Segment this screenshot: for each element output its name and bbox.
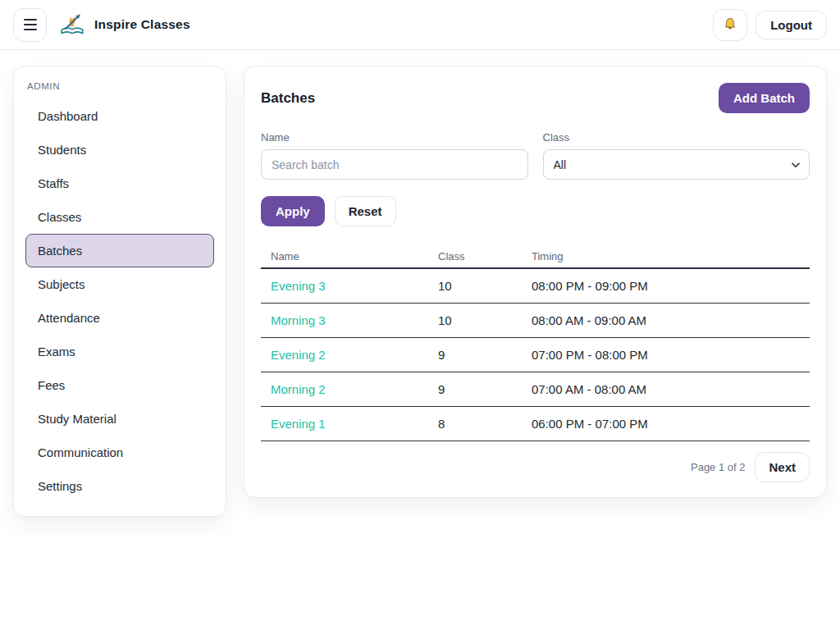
batch-timing: 07:00 AM - 08:00 AM bbox=[522, 382, 810, 396]
batch-timing: 06:00 PM - 07:00 PM bbox=[522, 417, 810, 431]
class-filter-label: Class bbox=[543, 131, 810, 144]
apply-button[interactable]: Apply bbox=[261, 196, 325, 226]
sidebar-item-fees[interactable]: Fees bbox=[25, 368, 214, 402]
column-header-timing: Timing bbox=[522, 250, 810, 262]
topbar: Inspire Classes Logout bbox=[0, 0, 840, 50]
batch-name-link[interactable]: Evening 2 bbox=[261, 348, 428, 362]
sidebar-item-communication[interactable]: Communication bbox=[25, 436, 214, 469]
bell-icon bbox=[722, 16, 738, 33]
table-row: Morning 2 9 07:00 AM - 08:00 AM bbox=[261, 372, 810, 407]
sidebar-item-study-material[interactable]: Study Material bbox=[25, 402, 214, 436]
batch-class: 8 bbox=[428, 417, 522, 431]
batch-name-link[interactable]: Evening 3 bbox=[261, 279, 428, 293]
batch-name-link[interactable]: Morning 3 bbox=[261, 313, 428, 327]
class-filter-select[interactable]: All bbox=[543, 149, 810, 180]
batch-class: 10 bbox=[428, 313, 522, 327]
sidebar-item-exams[interactable]: Exams bbox=[25, 335, 214, 368]
column-header-name: Name bbox=[261, 250, 428, 262]
batches-table: Name Class Timing Evening 3 10 08:00 PM … bbox=[261, 244, 810, 441]
page-title: Batches bbox=[261, 90, 315, 107]
page-info: Page 1 of 2 bbox=[691, 461, 746, 473]
sidebar-section-label: ADMIN bbox=[25, 80, 214, 99]
search-batch-input[interactable] bbox=[261, 149, 528, 180]
batch-timing: 08:00 AM - 09:00 AM bbox=[522, 313, 810, 327]
add-batch-button[interactable]: Add Batch bbox=[719, 83, 810, 113]
batches-panel: Batches Add Batch Name Class All bbox=[244, 66, 827, 498]
sidebar-item-batches[interactable]: Batches bbox=[25, 234, 214, 267]
sidebar-item-subjects[interactable]: Subjects bbox=[25, 267, 214, 301]
table-row: Evening 3 10 08:00 PM - 09:00 PM bbox=[261, 269, 810, 304]
hamburger-menu-button[interactable] bbox=[13, 8, 47, 42]
content-area: ADMIN Dashboard Students Staffs Classes … bbox=[0, 50, 840, 532]
table-row: Evening 1 8 06:00 PM - 07:00 PM bbox=[261, 407, 810, 441]
name-filter-label: Name bbox=[261, 131, 528, 144]
sidebar-item-classes[interactable]: Classes bbox=[25, 200, 214, 234]
logout-button[interactable]: Logout bbox=[756, 11, 827, 39]
reset-button[interactable]: Reset bbox=[335, 196, 396, 226]
sidebar-nav: Dashboard Students Staffs Classes Batche… bbox=[25, 99, 214, 503]
sidebar-item-dashboard[interactable]: Dashboard bbox=[25, 99, 214, 133]
batch-timing: 07:00 PM - 08:00 PM bbox=[522, 348, 810, 362]
batch-class: 9 bbox=[428, 348, 522, 362]
batch-timing: 08:00 PM - 09:00 PM bbox=[522, 279, 810, 293]
batch-class: 10 bbox=[428, 279, 522, 293]
batch-name-link[interactable]: Evening 1 bbox=[261, 417, 428, 431]
sidebar: ADMIN Dashboard Students Staffs Classes … bbox=[13, 66, 226, 517]
sidebar-item-staffs[interactable]: Staffs bbox=[25, 167, 214, 200]
app-title: Inspire Classes bbox=[94, 17, 190, 32]
brand: Inspire Classes bbox=[58, 11, 190, 39]
next-page-button[interactable]: Next bbox=[755, 452, 810, 482]
hamburger-menu-icon bbox=[24, 19, 37, 30]
table-header-row: Name Class Timing bbox=[261, 244, 810, 269]
table-row: Morning 3 10 08:00 AM - 09:00 AM bbox=[261, 304, 810, 338]
column-header-class: Class bbox=[428, 250, 522, 262]
table-row: Evening 2 9 07:00 PM - 08:00 PM bbox=[261, 338, 810, 372]
sidebar-item-settings[interactable]: Settings bbox=[25, 469, 214, 503]
batch-name-link[interactable]: Morning 2 bbox=[261, 382, 428, 396]
sidebar-item-students[interactable]: Students bbox=[25, 133, 214, 167]
app-logo bbox=[58, 11, 86, 39]
sidebar-item-attendance[interactable]: Attendance bbox=[25, 301, 214, 335]
notifications-button[interactable] bbox=[713, 9, 747, 41]
batch-class: 9 bbox=[428, 382, 522, 396]
